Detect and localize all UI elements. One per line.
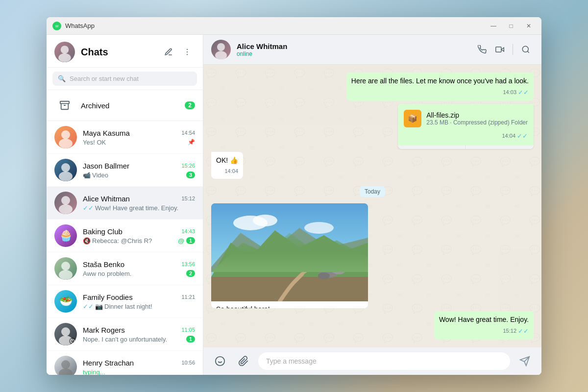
chat-list: Archived 2 Maya Kasuma 14:54: [47, 90, 203, 375]
chat-header: Alice Whitman online: [203, 35, 541, 65]
menu-button[interactable]: [179, 44, 195, 60]
titlebar: W WhatsApp — □ ✕: [47, 17, 541, 35]
message-4-photo: So beautiful here! 15:06 ❤️: [211, 203, 368, 308]
mute-icon-baking: 🔇: [83, 237, 91, 245]
chat-badge-jason: 3: [186, 172, 195, 178]
chat-name-henry: Henry Strachan: [83, 359, 134, 367]
file-save-button[interactable]: Save as...: [466, 146, 534, 149]
svg-rect-33: [496, 47, 501, 52]
file-icon: 📦: [404, 110, 421, 127]
chat-header-actions: [474, 42, 534, 57]
photo-caption: So beautiful here! 15:06: [211, 301, 368, 308]
maximize-button[interactable]: □: [504, 21, 518, 31]
msg-tick-5: ✓✓: [518, 327, 529, 336]
chat-preview-stasa: Aww no problem.: [83, 270, 186, 277]
svg-point-30: [217, 43, 225, 51]
archived-label: Archived: [81, 101, 179, 110]
header-divider: [513, 44, 513, 55]
message-input[interactable]: [258, 352, 510, 370]
chat-info-baking: Baking Club 14:43 🔇 Rebecca: @Chris R? @…: [83, 227, 195, 245]
chat-item-baking[interactable]: 🧁 Baking Club 14:43 🔇 Rebecca: @Chris R?: [47, 220, 203, 252]
chat-badge-baking: 1: [186, 237, 195, 244]
chat-info-henry: Henry Strachan 10:56 typing...: [83, 359, 195, 375]
chat-time-jason: 15:26: [181, 163, 195, 169]
svg-point-24: [59, 368, 73, 375]
titlebar-title: WhatsApp: [65, 22, 487, 29]
attach-button[interactable]: [235, 352, 252, 370]
chat-time-mark: 11:05: [181, 327, 195, 333]
contact-name: Alice Whitman: [237, 42, 468, 50]
svg-point-37: [253, 215, 277, 226]
app-logo: W: [52, 22, 61, 30]
chat-name-alice: Alice Whitman: [83, 195, 130, 203]
svg-point-43: [331, 265, 346, 274]
chat-item-maya[interactable]: Maya Kasuma 14:54 Yes! OK 📌: [47, 121, 203, 154]
new-chat-button[interactable]: [161, 44, 176, 60]
check-icon-family: ✓✓: [83, 303, 94, 310]
chat-info-mark: Mark Rogers 11:05 Nope. I can't go unfor…: [83, 326, 195, 343]
chat-item-henry[interactable]: Henry Strachan 10:56 typing...: [47, 351, 203, 375]
msg-tick-1: ✓✓: [518, 88, 529, 97]
chat-preview-alice: ✓✓ Wow! Have great time. Enjoy.: [83, 204, 195, 212]
chat-header-avatar[interactable]: [211, 40, 231, 59]
avatar-baking: 🧁: [54, 224, 77, 247]
msg-time-5: 15:12: [503, 327, 516, 335]
chat-name-stasa: Staša Benko: [83, 260, 124, 269]
chat-preview-maya: Yes! OK: [83, 139, 188, 146]
video-call-button[interactable]: [492, 42, 508, 57]
message-3: OK! 👍 14:04: [211, 152, 243, 179]
chat-time-stasa: 13:56: [181, 261, 195, 267]
chat-item-family[interactable]: 🥗 Family Foodies 11:21 ✓✓ 📷 Dinne: [47, 285, 203, 318]
file-details: All-files.zip 23.5 MB · Compressed (zipp…: [426, 111, 528, 126]
chat-header-info[interactable]: Alice Whitman online: [237, 42, 468, 57]
user-avatar[interactable]: [54, 42, 75, 62]
chat-item-alice[interactable]: Alice Whitman 15:12 ✓✓ Wow! Have great t…: [47, 187, 203, 220]
message-1: Here are all the files. Let me know once…: [346, 73, 534, 101]
chat-item-mark[interactable]: Mark Rogers 11:05 Nope. I can't go unfor…: [47, 318, 203, 351]
file-open-button[interactable]: Open: [398, 146, 466, 149]
chat-input-area: [203, 347, 541, 375]
search-icon: 🔍: [58, 75, 66, 82]
svg-point-18: [61, 327, 70, 336]
voice-call-button[interactable]: [474, 42, 490, 57]
message-text-3: OK! 👍: [216, 156, 238, 164]
minimize-button[interactable]: —: [487, 21, 500, 31]
svg-point-2: [61, 46, 69, 53]
file-attachment-inner: 📦 All-files.zip 23.5 MB · Compressed (zi…: [398, 104, 534, 146]
msg-meta-3: 14:04: [216, 168, 238, 175]
chat-item-stasa[interactable]: Staša Benko 13:56 Aww no problem. 2: [47, 252, 203, 285]
message-5: Wow! Have great time. Enjoy. 15:12 ✓✓: [434, 311, 534, 340]
mountain-photo: [211, 203, 368, 301]
msg-tick-2: ✓✓: [517, 132, 528, 140]
avatar-mark: [54, 323, 77, 345]
svg-point-10: [61, 163, 70, 172]
search-bar: 🔍: [47, 68, 203, 90]
double-check-icon: ✓✓: [83, 204, 94, 212]
chat-item-jason[interactable]: Jason Ballmer 15:26 📹 Video 3: [47, 154, 203, 187]
pin-icon-maya: 📌: [188, 139, 195, 146]
emoji-button[interactable]: [211, 352, 229, 370]
search-input[interactable]: [70, 75, 192, 82]
archived-row[interactable]: Archived 2: [47, 90, 203, 121]
file-actions: Open Save as...: [398, 146, 534, 149]
svg-text:W: W: [55, 24, 59, 28]
svg-point-12: [61, 196, 70, 205]
chat-name-mark: Mark Rogers: [83, 326, 125, 334]
chat-info-stasa: Staša Benko 13:56 Aww no problem. 2: [83, 260, 195, 277]
chat-preview-henry: typing...: [83, 368, 195, 375]
msg-time-1: 14:03: [503, 89, 516, 96]
send-button[interactable]: [516, 352, 534, 370]
msg-meta-5: 15:12 ✓✓: [439, 327, 529, 336]
chat-name-jason: Jason Ballmer: [83, 162, 129, 170]
svg-point-6: [187, 54, 188, 55]
close-button[interactable]: ✕: [522, 21, 536, 31]
photo-icon-family: 📷: [95, 303, 103, 310]
svg-point-9: [59, 139, 73, 148]
messages-container: Here are all the files. Let me know once…: [203, 65, 541, 347]
file-name: All-files.zip: [426, 111, 528, 119]
file-size: 23.5 MB · Compressed (zipped) Folder: [426, 119, 528, 126]
search-chat-button[interactable]: [518, 42, 534, 57]
window-controls: — □ ✕: [487, 21, 536, 31]
chat-preview-family: ✓✓ 📷 Dinner last night!: [83, 303, 195, 310]
date-divider: Today: [211, 187, 534, 196]
